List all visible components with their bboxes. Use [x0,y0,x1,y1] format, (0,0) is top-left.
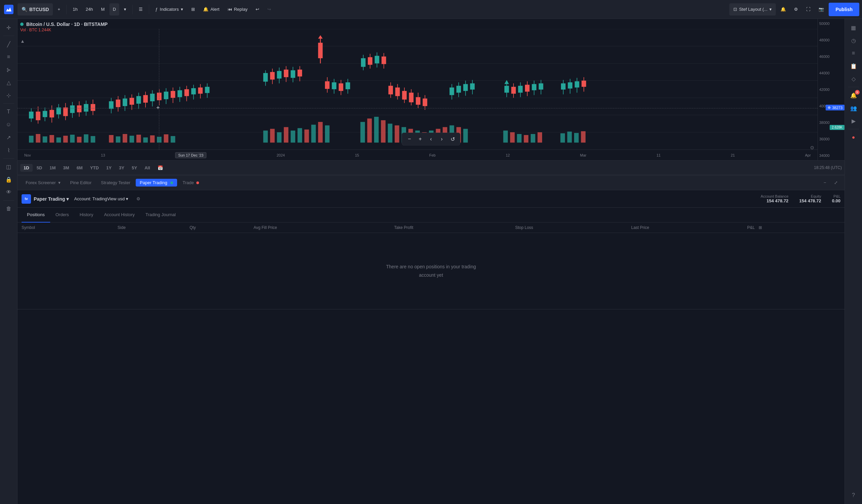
trade-tab[interactable]: Trade [179,179,203,186]
col-settings-icon[interactable]: ⊞ [759,225,762,230]
tf-1d-btn[interactable]: 1D [20,164,32,172]
add-chart-btn[interactable]: + [54,3,64,15]
tf-dropdown-btn[interactable]: ▾ [120,3,130,15]
symbol-search-btn[interactable]: 🔍 BTCUSD [17,3,53,15]
minimize-panel-btn[interactable]: − [820,178,830,187]
svg-rect-150 [402,91,407,100]
replay-btn[interactable]: ⏮ Replay [224,3,251,15]
current-price-badge: ⊕ 38273 [826,105,845,110]
draw-tools-icon[interactable]: ≡ [2,51,15,63]
scroll-right-btn[interactable]: › [437,134,446,144]
tf-m-btn[interactable]: M [97,3,108,15]
zoom-icon[interactable]: ⌇ [2,144,15,156]
time-13: 13 [101,153,105,157]
tf-1h-btn[interactable]: 1h [69,3,81,15]
goto-realtime-btn[interactable]: ⊙ [810,145,814,150]
undo-btn[interactable]: ↩ [252,3,263,15]
tf-calendar-btn[interactable]: 📅 [154,164,166,172]
redo-btn[interactable]: ↪ [264,3,274,15]
alerts-icon[interactable]: 🔔 9 [847,89,860,101]
tf-3m-btn[interactable]: 3M [60,164,73,172]
indicators-icon: ƒ [155,7,158,12]
channel-icon[interactable]: ⊹ [2,89,15,101]
layout-selector-btn[interactable]: ⊡ Stef Layout (... ▾ [729,3,776,15]
paper-trading-tab[interactable]: Paper Trading [136,179,177,186]
fib-icon[interactable]: ⊱ [2,64,15,76]
visible-icon[interactable]: 👁 [2,186,15,198]
zoom-out-btn[interactable]: − [405,134,414,144]
svg-rect-93 [136,96,141,104]
chart-type-icon[interactable]: ▦ [847,22,860,34]
strategy-tester-tab[interactable]: Strategy Tester [97,179,134,186]
time-apr: Apr [805,153,811,157]
svg-rect-43 [395,125,399,143]
chart-style-btn[interactable]: ☰ [135,3,146,15]
community-icon[interactable]: 👥 [847,102,860,114]
trash-icon[interactable]: 🗑 [2,203,15,215]
vol-price-value: 2.628K [832,125,843,129]
tf-5d-btn[interactable]: 5D [33,164,46,172]
cursor-icon[interactable]: ✛ [2,22,15,34]
chart-zoom-controls: − + ‹ › ↺ [402,133,460,145]
lock-icon[interactable]: 🔒 [2,173,15,186]
layout-icon: ⊡ [733,7,737,12]
pt-account-btn[interactable]: Account: TradingView usd ▾ [71,195,131,203]
pine-editor-tab[interactable]: Pine Editor [66,179,96,186]
svg-rect-97 [150,94,155,101]
tf-6m-btn[interactable]: 6M [73,164,86,172]
svg-rect-75 [63,107,68,116]
zoom-in-btn[interactable]: + [416,134,425,144]
empty-msg-text: There are no open positions in your trad… [386,264,476,278]
clock-icon[interactable]: ◷ [847,34,860,47]
pt-name-btn[interactable]: Paper Trading ▾ [34,196,69,202]
pt-logo: tv [22,194,31,204]
col-stop-loss: Stop Loss [511,223,627,233]
tf-d-btn[interactable]: D [109,3,119,15]
indicators-btn[interactable]: ƒ Indicators ▾ [152,3,186,15]
orders-tab[interactable]: Orders [50,208,75,223]
history-tab[interactable]: History [74,208,98,223]
diamond-icon[interactable]: ◇ [847,73,860,85]
tf-1y-btn[interactable]: 1Y [103,164,115,172]
trendline-icon[interactable]: ╱ [2,38,15,50]
chart-title-text: Bitcoin / U.S. Dollar · 1D · BITSTAMP [26,22,108,27]
balance-label: Account Balance [761,194,788,198]
tf-1m-btn[interactable]: 1M [46,164,59,172]
magnet-icon[interactable]: ◫ [2,161,15,173]
chart-section[interactable]: Bitcoin / U.S. Dollar · 1D · BITSTAMP Vo… [17,19,845,160]
help-icon[interactable]: ? [847,489,860,501]
svg-rect-54 [504,131,508,143]
pt-settings-btn[interactable]: ⚙ [134,194,143,204]
account-history-tab[interactable]: Account History [99,208,140,223]
screenshot-btn[interactable]: 📷 [815,3,827,15]
layers-icon[interactable]: ≡ [847,47,860,59]
tf-24h-btn[interactable]: 24h [82,3,96,15]
time-21: 21 [731,153,735,157]
svg-rect-22 [136,135,141,143]
measure-icon[interactable]: ↗ [2,131,15,143]
settings-btn[interactable]: ⚙ [791,3,801,15]
shapes-icon[interactable]: △ [2,77,15,89]
publish-btn[interactable]: Publish [829,3,859,16]
tf-5y-btn[interactable]: 5Y [128,164,140,172]
tf-ytd-btn[interactable]: YTD [87,164,102,172]
forex-screener-tab[interactable]: Forex Screener ▾ [22,179,65,186]
expand-panel-btn[interactable]: ⤢ [831,178,840,187]
text-icon[interactable]: T [2,106,15,118]
fullscreen-btn[interactable]: ⛶ [803,3,814,15]
positions-tab[interactable]: Positions [22,208,50,223]
emoji-icon[interactable]: ☺ [2,119,15,131]
document-icon[interactable]: 📋 [847,60,860,72]
alert-btn[interactable]: 🔔 Alert [200,3,223,15]
tf-all-btn[interactable]: All [141,164,154,172]
layouts-btn[interactable]: ⊞ [188,3,198,15]
top-toolbar: 🔍 BTCUSD + 1h 24h M D ▾ ☰ ƒ Indicators ▾… [0,0,862,19]
tf-3y-btn[interactable]: 3Y [116,164,128,172]
scroll-left-btn[interactable]: ‹ [426,134,436,144]
stream-icon[interactable]: ● [847,131,860,143]
trading-journal-tab[interactable]: Trading Journal [140,208,181,223]
positions-table-container: Symbol Side Qty Avg Fill Price Take Prof… [17,223,845,504]
notification-bell-btn[interactable]: 🔔 [777,3,789,15]
reset-zoom-btn[interactable]: ↺ [448,134,457,144]
ideas-icon[interactable]: ▶ [847,115,860,127]
